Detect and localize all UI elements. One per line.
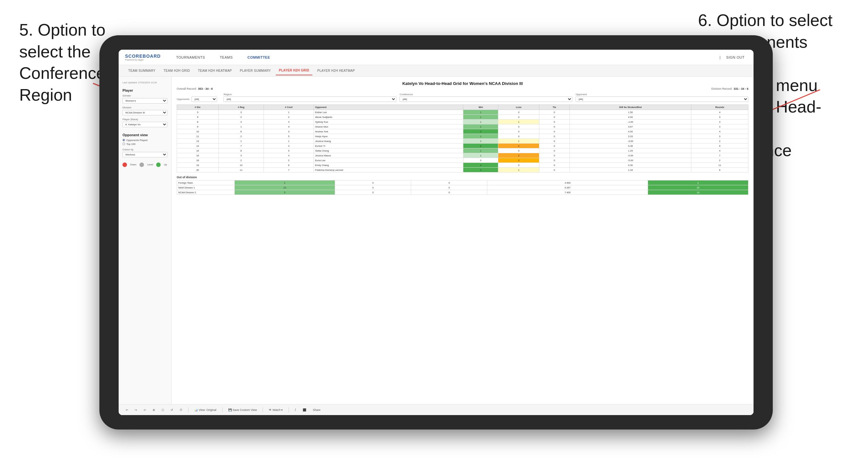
td-div: 18 (177, 158, 219, 163)
td-reg: 10 (218, 163, 264, 168)
td-conf: 3 (264, 129, 314, 134)
logo: SCOREBOARD Powered by clippd (125, 54, 161, 61)
toolbar-undo2[interactable]: ↩ (142, 408, 148, 412)
td-opponent: Sydney Kuo (314, 120, 463, 124)
td-reg: 6 (218, 129, 264, 134)
toolbar-watch[interactable]: 👁 Watch ▾ (267, 408, 285, 412)
td-conf: 4 (264, 153, 314, 158)
content-title: Katelyn Vo Head-to-Head Grid for Women's… (177, 81, 748, 86)
td-diff: 4.00 (569, 115, 691, 120)
toolbar-share[interactable]: Share (311, 408, 322, 412)
radio-opponents-played[interactable]: Opponents Played (123, 139, 167, 142)
radio-dot-top100 (123, 143, 125, 145)
td-reg: 11 (218, 168, 264, 173)
region-filter-select[interactable]: (All) (223, 96, 396, 102)
toolbar-undo[interactable]: ↩ (124, 408, 130, 412)
conference-filter-select[interactable]: (All) (400, 96, 572, 102)
toolbar-sep2 (222, 407, 222, 412)
down-color-dot (123, 162, 127, 167)
toolbar-sep4 (288, 407, 289, 412)
td-conf: 2 (264, 158, 314, 163)
td-rounds: 4 (691, 148, 748, 153)
ood-table-row: NCAA Division 2 5 0 0 7.400 10 (177, 190, 748, 195)
sub-nav-player-h2h-grid[interactable]: PLAYER H2H GRID (276, 66, 313, 75)
player-section-title: Player (123, 89, 167, 92)
td-win: 2 (463, 129, 498, 134)
td-conf: 1 (264, 139, 314, 144)
td-win: 1 (463, 153, 498, 158)
table-row: 19 10 6 Emily Chang 4 0 0 0.30 11 (177, 163, 748, 168)
sub-nav-player-h2h-heatmap[interactable]: PLAYER H2H HEATMAP (314, 66, 358, 75)
radio-top100[interactable]: Top 100 (123, 143, 167, 146)
td-conf: 5 (264, 148, 314, 153)
td-div: 16 (177, 153, 219, 158)
nav-tournaments[interactable]: TOURNAMENTS (174, 54, 208, 61)
ood-table-row: NAIA Division 1 15 0 0 9.267 30 (177, 185, 748, 190)
sub-nav-team-h2h-heatmap[interactable]: TEAM H2H HEATMAP (195, 66, 235, 75)
nav-teams[interactable]: TEAMS (217, 54, 235, 61)
down-label: Down (130, 163, 136, 166)
sidebar: Last Updated: 27/03/2024 14:34 Player Ge… (119, 76, 172, 415)
logo-main: SCOREBOARD (125, 54, 161, 59)
opponent-filter-group: Opponent (All) (576, 93, 748, 102)
gender-select[interactable]: Women's (123, 98, 167, 103)
ood-rounds: 30 (648, 185, 748, 190)
overall-record: Overall Record: 353 - 34 - 6 (177, 87, 213, 90)
td-tie: 0 (539, 144, 570, 148)
sub-nav: TEAM SUMMARY TEAM H2H GRID TEAM H2H HEAT… (119, 65, 753, 76)
td-loss: 1 (498, 168, 539, 173)
td-win: 2 (463, 144, 498, 148)
colour-by-select[interactable]: Win/loss (123, 152, 167, 157)
td-loss: 0 (498, 134, 539, 139)
td-tie: 0 (539, 110, 570, 115)
ood-tie: 0 (411, 181, 487, 185)
td-div: 19 (177, 163, 219, 168)
td-reg: 3 (218, 153, 264, 158)
bottom-toolbar: ↩ ↪ ↩ ⊕ ⬡ ↺ ⏱ 📊 View: Original 💾 Save Cu… (119, 404, 753, 415)
td-loss: 0 (498, 124, 539, 129)
td-reg: 1 (218, 139, 264, 144)
region-filter-group: Region (All) (223, 93, 396, 102)
td-div: 20 (177, 168, 219, 173)
table-row: 11 2 5 Heejo Hyun 1 0 0 3.33 3 (177, 134, 748, 139)
sub-nav-team-h2h-grid[interactable]: TEAM H2H GRID (160, 66, 193, 75)
toolbar-redo[interactable]: ↪ (133, 408, 139, 412)
ood-win: 1 (235, 181, 335, 185)
td-diff: 3.33 (569, 134, 691, 139)
td-rounds: 4 (691, 110, 748, 115)
th-diff: Diff Av Strokes/Rnd (569, 105, 691, 110)
td-diff: 3.67 (569, 124, 691, 129)
td-opponent: Emily Chang (314, 163, 463, 168)
toolbar-refresh[interactable]: ↺ (169, 408, 175, 412)
toolbar-share-icon[interactable]: ⤴ (293, 408, 298, 412)
ood-rounds: 10 (648, 190, 748, 195)
toolbar-view-original[interactable]: 📊 View: Original (192, 408, 218, 412)
td-reg: 2 (218, 134, 264, 139)
toolbar-save-custom-view[interactable]: 💾 Save Custom View (226, 408, 259, 412)
td-loss: 0 (498, 129, 539, 134)
td-opponent: Andrea York (314, 129, 463, 134)
opponent-filter-select[interactable]: (All) (576, 96, 748, 102)
td-opponent: Eunice Yi (314, 144, 463, 148)
sub-nav-player-summary[interactable]: PLAYER SUMMARY (237, 66, 274, 75)
td-conf: 1 (264, 110, 314, 115)
td-div: 14 (177, 144, 219, 148)
nav-committee[interactable]: COMMITTEE (245, 54, 273, 61)
toolbar-sep3 (262, 407, 263, 412)
td-reg: 3 (218, 110, 264, 115)
division-select[interactable]: NCAA Division III (123, 110, 167, 115)
opponents-filter-select[interactable]: (All) (191, 96, 217, 102)
sign-out-link[interactable]: Sign out (724, 54, 747, 61)
td-tie: 0 (539, 163, 570, 168)
logo-sub: Powered by clippd (125, 59, 161, 61)
toolbar-embed[interactable]: ⬛ (301, 408, 308, 412)
td-win: 2 (463, 168, 498, 173)
sub-nav-team-summary[interactable]: TEAM SUMMARY (125, 66, 159, 75)
toolbar-hex[interactable]: ⬡ (160, 408, 166, 412)
td-rounds: 4 (691, 129, 748, 134)
td-rounds: 6 (691, 168, 748, 173)
toolbar-add[interactable]: ⊕ (151, 408, 157, 412)
toolbar-timer[interactable]: ⏱ (178, 408, 184, 412)
td-diff: -3.00 (569, 139, 691, 144)
player-rank-select[interactable]: 8. Katelyn Vo (123, 122, 167, 127)
